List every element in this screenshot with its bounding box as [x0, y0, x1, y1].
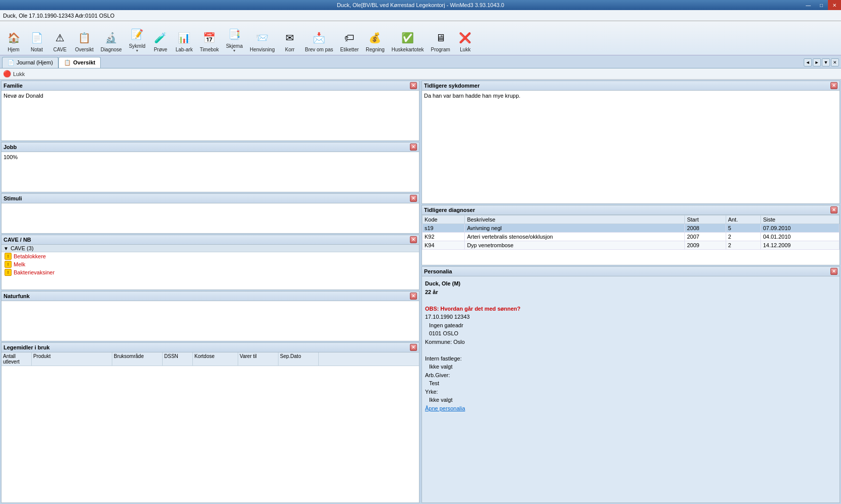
toolbar-item-huskekartotek[interactable]: ✅Huskekartotek	[388, 28, 428, 55]
toolbar-item-diagnose[interactable]: 🔬Diagnose	[97, 28, 125, 55]
diagnose-icon: 🔬	[103, 30, 119, 46]
cave-collapse-icon[interactable]: ▼	[4, 246, 9, 251]
cave-item-bakterievaksiner-label: Bakterievaksiner	[14, 269, 54, 275]
tab-close-button[interactable]: ✕	[831, 58, 839, 66]
cave-item-melk-label: Melk	[14, 261, 25, 267]
table-row[interactable]: K94Dyp venetrombose2009214.12.2009	[423, 241, 839, 250]
korr-label: Korr	[285, 47, 295, 52]
legemidler-body: Antall utlevertProduktBruksområdeDSSNKor…	[2, 352, 419, 502]
jobb-body[interactable]: 100%	[2, 152, 419, 192]
cave-item-bakterievaksiner[interactable]: ! Bakterievaksiner	[2, 268, 419, 276]
familie-body[interactable]: Nevø av Donald	[2, 91, 419, 140]
diag-col-kode: Kode	[423, 215, 465, 224]
toolbar-item-regning[interactable]: 💰Regning	[362, 28, 388, 55]
diagnose-label: Diagnose	[101, 47, 122, 52]
personalia-intern-label: Intern fastlege:	[425, 354, 836, 363]
tab-next-button[interactable]: ►	[813, 58, 821, 66]
personalia-age: 22 år	[425, 288, 836, 297]
legemidler-title: Legemidler i bruk	[4, 344, 50, 350]
toolbar-item-notat[interactable]: 📄Notat	[25, 28, 48, 55]
oversikt-icon: 📋	[76, 30, 92, 46]
naturfunk-close-button[interactable]: ✕	[410, 293, 417, 300]
diag-col-siste: Siste	[761, 215, 839, 224]
huskekartotek-icon: ✅	[400, 30, 416, 46]
tab-expand-button[interactable]: ▼	[822, 58, 830, 66]
toolbar-item-prove[interactable]: 🧪Prøve	[149, 28, 172, 55]
window-controls: — □ ✕	[802, 0, 841, 10]
tidl-sykdommer-close-button[interactable]: ✕	[830, 82, 837, 89]
personalia-yrke-label: Yrke:	[425, 388, 836, 396]
table-row[interactable]: s19Avrivning negl2008507.09.2010	[423, 224, 839, 233]
personalia-content: Duck, Ole (M) 22 år OBS: Hvordan går det…	[423, 277, 838, 414]
toolbar-item-korr[interactable]: ✉Korr	[278, 28, 301, 55]
jobb-header: Jobb ✕	[2, 142, 419, 152]
leg-col-produkt: Produkt	[32, 352, 112, 366]
toolbar: 🏠Hjem📄Notat⚠CAVE📋Oversikt🔬Diagnose📝Sykml…	[0, 21, 841, 55]
personalia-link[interactable]: Åpne personalia	[425, 405, 465, 411]
cave-nb-close-button[interactable]: ✕	[410, 236, 417, 243]
personalia-yrke-value: Ikke valgt	[425, 396, 836, 404]
notat-label: Notat	[31, 47, 43, 52]
tab-oversikt[interactable]: 📋Oversikt	[58, 57, 101, 68]
personalia-close-button[interactable]: ✕	[830, 268, 837, 275]
personalia-addr2: 0101 OSLO	[425, 329, 836, 338]
jobb-close-button[interactable]: ✕	[410, 143, 417, 151]
close-button[interactable]: ✕	[828, 0, 841, 10]
skjema-label: Skjema	[226, 43, 243, 49]
maximize-button[interactable]: □	[815, 0, 828, 10]
diag-cell-siste: 04.01.2010	[761, 233, 839, 241]
personalia-arb-value: Test	[425, 379, 836, 388]
toolbar-item-henvisning[interactable]: 📨Henvisning	[246, 28, 278, 55]
skjema-dropdown-arrow: ▼	[233, 49, 236, 52]
toolbar-item-hjem[interactable]: 🏠Hjem	[2, 28, 25, 55]
toolbar-item-etikett[interactable]: 🏷Etiketter	[337, 28, 363, 55]
toolbar-item-cave[interactable]: ⚠CAVE	[48, 28, 72, 55]
toolbar-item-oversikt[interactable]: 📋Oversikt	[72, 28, 97, 55]
diag-cell-beskrivelse: Dyp venetrombose	[465, 241, 685, 250]
toolbar-item-lukk[interactable]: ❌Lukk	[454, 28, 477, 55]
personalia-header: Personalia ✕	[422, 267, 839, 276]
cave-icon: ⚠	[52, 30, 68, 46]
labark-label: Lab-ark	[176, 47, 193, 52]
table-row[interactable]: K92Arteri vertebralis stenose/okklusjon2…	[423, 233, 839, 241]
tidl-sykdommer-body[interactable]: Da han var barn hadde han mye krupp.	[422, 91, 839, 203]
notat-icon: 📄	[29, 30, 45, 46]
diag-cell-start: 2007	[685, 233, 726, 241]
naturfunk-body[interactable]	[2, 301, 419, 341]
diag-cell-ant: 2	[726, 233, 761, 241]
toolbar-item-timebok[interactable]: 📅Timebok	[196, 28, 223, 55]
legemidler-close-button[interactable]: ✕	[410, 344, 417, 351]
program-label: Program	[431, 47, 450, 52]
cave-group-label: CAVE (3)	[11, 245, 34, 251]
tab-bar: 📄Journal (Hjem)📋Oversikt ◄ ► ▼ ✕	[0, 55, 841, 68]
cave-item-melk[interactable]: ! Melk	[2, 260, 419, 268]
stimuli-body[interactable]	[2, 203, 419, 233]
stimuli-close-button[interactable]: ✕	[410, 195, 417, 202]
prove-label: Prøve	[154, 47, 167, 52]
minimize-button[interactable]: —	[802, 0, 815, 10]
diag-cell-kode: K94	[423, 241, 465, 250]
cave-nb-body: ▼ CAVE (3) ! Betablokkere ! Melk ! Bakte…	[2, 245, 419, 290]
tidl-diagnoser-title: Tidligere diagnoser	[424, 207, 475, 213]
jobb-content: 100%	[3, 153, 418, 161]
brev-label: Brev om pas	[305, 47, 333, 52]
toolbar-item-labark[interactable]: 📊Lab-ark	[172, 28, 196, 55]
tidl-diagnoser-close-button[interactable]: ✕	[830, 206, 837, 213]
prove-icon: 🧪	[153, 30, 169, 46]
tab-prev-button[interactable]: ◄	[804, 58, 812, 66]
etikett-icon: 🏷	[341, 30, 358, 46]
patient-bar: Duck, Ole 17.10.1990-12343 Adr:0101 OSLO	[0, 10, 841, 21]
personalia-obs: OBS: Hvordan går det med sønnen?	[425, 305, 836, 313]
cave-item-betablokkere[interactable]: ! Betablokkere	[2, 252, 419, 260]
legemidler-header: Legemidler i bruk ✕	[2, 343, 419, 352]
lukk-button[interactable]: Lukk	[13, 71, 25, 77]
patient-info: Duck, Ole 17.10.1990-12343 Adr:0101 OSLO	[3, 13, 114, 19]
toolbar-item-brev[interactable]: 📩Brev om pas	[301, 28, 336, 55]
familie-close-button[interactable]: ✕	[410, 82, 417, 89]
toolbar-item-sykmld[interactable]: 📝Sykmld▼	[125, 25, 149, 55]
toolbar-item-skjema[interactable]: 📑Skjema▼	[223, 25, 246, 55]
toolbar-item-program[interactable]: 🖥Program	[427, 28, 453, 55]
tab-journal-hjem[interactable]: 📄Journal (Hjem)	[2, 57, 58, 68]
personalia-addr1: Ingen gateadr	[425, 321, 836, 330]
personalia-title: Personalia	[424, 268, 452, 274]
